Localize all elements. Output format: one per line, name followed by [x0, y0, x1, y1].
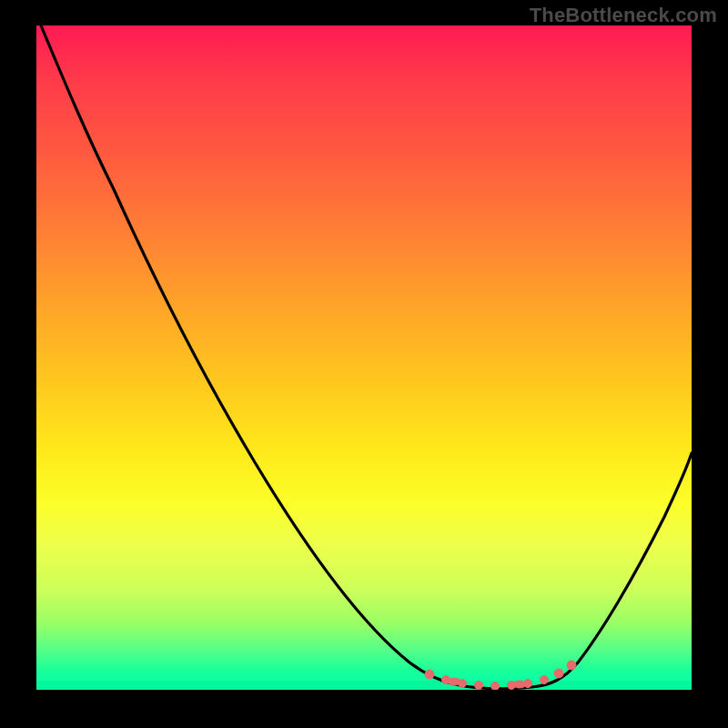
svg-point-11 [513, 681, 526, 688]
curve-layer [36, 25, 692, 690]
svg-point-8 [554, 669, 563, 678]
svg-point-10 [448, 678, 460, 685]
watermark-text: TheBottleneck.com [530, 4, 717, 27]
svg-point-7 [541, 676, 549, 684]
chart-frame: TheBottleneck.com [0, 0, 728, 728]
svg-point-9 [567, 661, 576, 670]
plot-area [36, 25, 692, 690]
bottleneck-curve [41, 25, 692, 689]
optimal-range-markers [425, 661, 576, 690]
svg-point-4 [491, 682, 500, 691]
svg-point-3 [475, 682, 483, 690]
svg-point-0 [425, 670, 434, 679]
